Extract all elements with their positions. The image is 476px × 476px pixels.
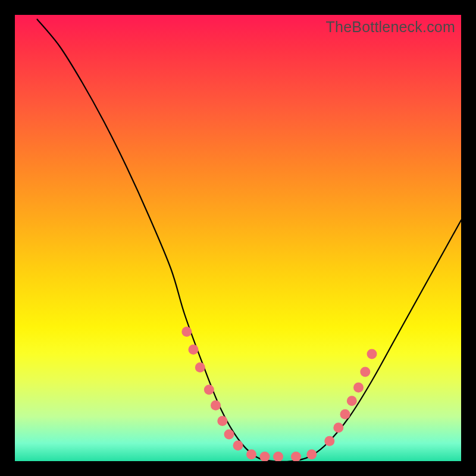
marker-dot [233,440,243,450]
marker-dot [347,396,357,406]
marker-dot [360,367,370,377]
marker-dot [353,383,364,393]
marker-dot [224,430,234,440]
marker-dot [189,345,199,355]
marker-dot [367,349,377,359]
marker-dot [217,416,227,426]
marker-dot [273,452,283,461]
marker-dot [260,452,270,461]
marker-dots-group [181,327,377,461]
marker-dot [181,327,192,337]
marker-dot [333,422,343,433]
marker-dot [324,436,334,446]
marker-dot [291,452,301,461]
bottleneck-curve-path [37,20,462,462]
marker-dot [340,409,350,419]
chart-frame: TheBottleneck.com [0,0,476,476]
marker-dot [195,362,205,372]
marker-dot [211,400,221,411]
marker-dot [306,449,317,459]
plot-area: TheBottleneck.com [15,15,461,461]
curve-svg [15,15,461,461]
marker-dot [204,385,214,395]
marker-dot [246,449,256,459]
